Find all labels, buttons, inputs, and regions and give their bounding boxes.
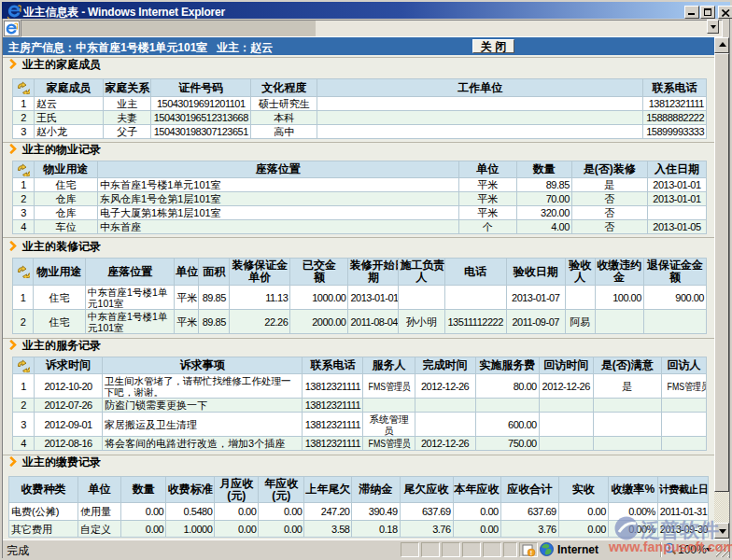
svg-text:!: !: [530, 550, 532, 556]
